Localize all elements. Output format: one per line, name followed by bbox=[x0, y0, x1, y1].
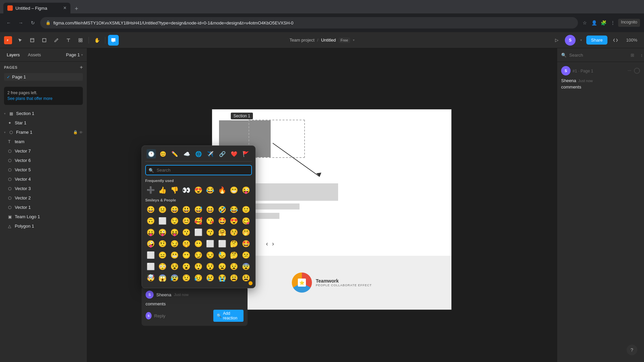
emoji-scroll-area[interactable]: 😀 😐 😄 😃 😅 😆 🤣 😂 🙂 🙃 ⬜ 😌 😊 🥰 😘 🤩 bbox=[145, 204, 252, 285]
emoji-s33[interactable]: ⬜ bbox=[205, 238, 216, 249]
help-button[interactable]: ? bbox=[627, 345, 637, 355]
emoji-s8[interactable]: 😂 bbox=[229, 204, 239, 215]
emoji-s34[interactable]: ⬜ bbox=[217, 238, 227, 249]
emoji-tab-travel[interactable]: ✈️ bbox=[206, 149, 215, 159]
emoji-s36[interactable]: 🤩 bbox=[240, 238, 251, 249]
play-btn[interactable]: ▷ bbox=[551, 35, 562, 46]
layers-tab[interactable]: Layers bbox=[4, 51, 22, 59]
bookmark-icon[interactable]: ☆ bbox=[581, 19, 589, 27]
reload-btn[interactable]: ↻ bbox=[28, 18, 38, 27]
reply-input[interactable] bbox=[154, 313, 211, 318]
emoji-tab-recent[interactable]: 🕐 bbox=[147, 149, 156, 159]
emoji-s41[interactable]: 😏 bbox=[193, 250, 204, 260]
emoji-wink[interactable]: 😜 bbox=[240, 185, 251, 195]
layer-vector-1[interactable]: ⬡ Vector 1 bbox=[0, 203, 87, 212]
emoji-laugh[interactable]: 😂 bbox=[205, 185, 216, 195]
zoom-percent[interactable]: 100% bbox=[624, 36, 640, 44]
page-item-1[interactable]: ✓ Page 1 bbox=[4, 73, 83, 81]
emoji-s18[interactable]: 😋 bbox=[240, 216, 251, 226]
assets-tab[interactable]: Assets bbox=[25, 51, 44, 59]
plans-link[interactable]: See plans that offer more bbox=[7, 96, 53, 101]
add-reaction-btn[interactable]: 🔍 Add reaction bbox=[213, 310, 244, 322]
emoji-s55[interactable]: 🤯 bbox=[145, 273, 156, 283]
emoji-tab-flag[interactable]: 🚩 bbox=[241, 149, 251, 159]
emoji-s15[interactable]: 😘 bbox=[205, 216, 216, 226]
emoji-grin[interactable]: 😁 bbox=[229, 185, 239, 195]
code-view-btn[interactable] bbox=[610, 35, 621, 46]
right-icon-1[interactable]: ⊞ bbox=[628, 51, 636, 59]
emoji-s19[interactable]: 😛 bbox=[145, 227, 156, 238]
tool-text[interactable] bbox=[63, 35, 74, 46]
emoji-s26[interactable]: 😚 bbox=[229, 227, 239, 238]
emoji-s22[interactable]: 😗 bbox=[181, 227, 192, 238]
emoji-s53[interactable]: 😧 bbox=[229, 261, 239, 272]
emoji-s49[interactable]: 😮 bbox=[181, 261, 192, 272]
emoji-s25[interactable]: 🤗 bbox=[217, 227, 227, 238]
emoji-s59[interactable]: 😥 bbox=[193, 273, 204, 283]
layer-star-1[interactable]: ✦ Star 1 bbox=[0, 118, 87, 128]
layer-vector-4[interactable]: ⬡ Vector 4 bbox=[0, 175, 87, 184]
emoji-s5[interactable]: 😅 bbox=[193, 204, 204, 215]
emoji-thumbsup[interactable]: 👍 bbox=[157, 185, 168, 195]
emoji-s20[interactable]: 😜 bbox=[157, 227, 168, 238]
header-dropdown-arrow[interactable]: ▾ bbox=[353, 38, 355, 42]
tool-pen[interactable] bbox=[51, 35, 62, 46]
layer-section-1[interactable]: ▾ ▦ Section 1 bbox=[0, 109, 87, 118]
active-tab[interactable]: Untitled – Figma × bbox=[3, 3, 70, 13]
emoji-s27[interactable]: 🤭 bbox=[240, 227, 251, 238]
emoji-s44[interactable]: 🤔 bbox=[229, 250, 239, 260]
user-avatar[interactable]: S bbox=[565, 35, 576, 46]
add-page-btn[interactable]: + bbox=[80, 64, 83, 70]
emoji-s28[interactable]: 🤪 bbox=[145, 238, 156, 249]
layer-frame-1[interactable]: ▾ ⬡ Frame 1 🔒 👁 bbox=[0, 128, 87, 137]
emoji-s39[interactable]: 😬 bbox=[169, 250, 180, 260]
emoji-s1[interactable]: 😀 bbox=[145, 204, 156, 215]
emoji-tab-globe[interactable]: 🌐 bbox=[194, 149, 203, 159]
emoji-s50[interactable]: 😲 bbox=[193, 261, 204, 272]
tool-frame[interactable] bbox=[27, 35, 38, 46]
emoji-s52[interactable]: 😦 bbox=[217, 261, 227, 272]
emoji-s30[interactable]: 😏 bbox=[169, 238, 180, 249]
emoji-s37[interactable]: ⬜ bbox=[145, 250, 156, 260]
emoji-s57[interactable]: 😰 bbox=[169, 273, 180, 283]
emoji-search-input[interactable] bbox=[145, 165, 252, 175]
emoji-tab-link[interactable]: 🔗 bbox=[218, 149, 227, 159]
emoji-s43[interactable]: 😓 bbox=[217, 250, 227, 260]
figma-logo[interactable]: F bbox=[4, 36, 12, 44]
url-bar[interactable]: 🔒 figma.com/file/nMSTY1OKvvXSMLY18HsH41/… bbox=[40, 17, 578, 28]
emoji-s46[interactable]: ⬜ bbox=[145, 261, 156, 272]
emoji-s31[interactable]: 🤫 bbox=[181, 238, 192, 249]
emoji-tab-pencil[interactable]: ✏️ bbox=[170, 149, 179, 159]
tool-comment[interactable] bbox=[108, 35, 119, 46]
emoji-s16[interactable]: 🤩 bbox=[217, 216, 227, 226]
tool-shape[interactable] bbox=[39, 35, 50, 46]
emoji-fire[interactable]: 🔥 bbox=[217, 185, 227, 195]
layer-vector-6[interactable]: ⬡ Vector 6 bbox=[0, 156, 87, 165]
emoji-tab-heart[interactable]: ❤️ bbox=[229, 149, 239, 159]
layer-vector-7[interactable]: ⬡ Vector 7 bbox=[0, 146, 87, 156]
emoji-plus[interactable]: ➕ bbox=[145, 185, 156, 195]
layer-polygon-1[interactable]: △ Polygon 1 bbox=[0, 222, 87, 231]
prev-arrow[interactable]: ‹ bbox=[266, 240, 268, 247]
share-button[interactable]: Share bbox=[586, 36, 607, 45]
layer-team[interactable]: T team bbox=[0, 137, 87, 146]
tool-move[interactable] bbox=[15, 35, 25, 46]
emoji-s6[interactable]: 😆 bbox=[205, 204, 216, 215]
canvas-area[interactable]: Section 1 ‹ › bbox=[87, 48, 557, 362]
emoji-s4[interactable]: 😃 bbox=[181, 204, 192, 215]
new-tab-btn[interactable]: + bbox=[72, 4, 81, 13]
emoji-s10[interactable]: 🙃 bbox=[145, 216, 156, 226]
emoji-s2[interactable]: 😐 bbox=[157, 204, 168, 215]
emoji-s14[interactable]: 🥰 bbox=[193, 216, 204, 226]
tool-hand[interactable]: ✋ bbox=[92, 35, 102, 46]
right-search-input[interactable] bbox=[569, 53, 626, 58]
emoji-s45[interactable]: 😕 bbox=[240, 250, 251, 260]
emoji-s58[interactable]: 😟 bbox=[181, 273, 192, 283]
profile-icon[interactable]: 👤 bbox=[590, 19, 598, 27]
extensions-icon[interactable]: 🧩 bbox=[599, 19, 607, 27]
next-arrow[interactable]: › bbox=[272, 240, 274, 247]
layer-vector-3[interactable]: ⬡ Vector 3 bbox=[0, 184, 87, 193]
forward-btn[interactable]: → bbox=[16, 18, 25, 27]
emoji-s35[interactable]: 🤔 bbox=[229, 238, 239, 249]
emoji-s47[interactable]: 😳 bbox=[157, 261, 168, 272]
